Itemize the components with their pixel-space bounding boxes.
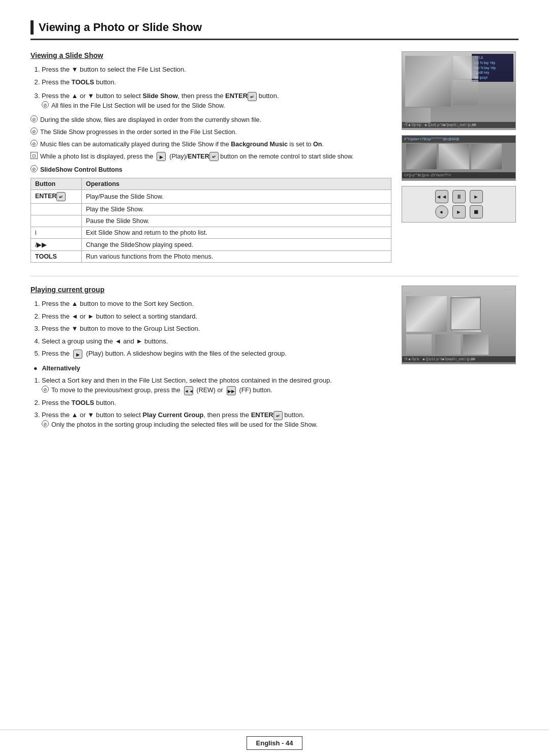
screenshot-dots: · · · · bbox=[503, 288, 510, 292]
table-row: Play the Slide Show. bbox=[31, 204, 391, 215]
table-header-operations: Operations bbox=[82, 178, 391, 190]
remote-row-2: ● ► ⏹ bbox=[435, 205, 483, 218]
alt-steps-list: Select a Sort key and then in the File L… bbox=[30, 375, 391, 429]
viewing-slideshow-title: Viewing a Slide Show bbox=[30, 51, 391, 59]
page-header: Viewing a Photo or Slide Show bbox=[30, 20, 518, 40]
table-cell-op: Run various functions from the Photo men… bbox=[82, 251, 391, 263]
play-step-2: Press the ◄ or ► button to select a sort… bbox=[42, 311, 391, 322]
footer-bar: English - 44 bbox=[0, 730, 549, 756]
header-accent-bar bbox=[30, 20, 34, 35]
footer-badge: English - 44 bbox=[247, 736, 303, 750]
play-icon-step5: ▶ bbox=[73, 350, 82, 359]
right-column-slideshow: TITLELet 'N llay 'HlpNat 'N llay 'HlpTyp… bbox=[402, 51, 518, 267]
screenshot-mid-statusbar: C#'[|i-p'''''$e']|p.le -Z3'Yazm⁰7⁰n' bbox=[402, 172, 515, 178]
note-1: ⊘ During the slide show, files are displ… bbox=[30, 115, 391, 125]
alternatively-header: ● Alternatively bbox=[30, 364, 391, 373]
viewing-steps-list: Press the ▼ button to select the File Li… bbox=[30, 65, 391, 87]
viewing-steps-list-2: Press the ▲ or ▼ button to select Slide … bbox=[30, 91, 391, 110]
note-text-1: During the slide show, files are display… bbox=[40, 115, 261, 125]
alt-note-icon-1: ⊘ bbox=[42, 386, 49, 393]
forward-btn[interactable]: ► bbox=[470, 190, 483, 203]
step-3: Press the ▲ or ▼ button to select Slide … bbox=[42, 91, 391, 110]
table-cell-button bbox=[31, 204, 82, 215]
note-icon-2: ⊘ bbox=[30, 128, 38, 135]
rewind-btn[interactable]: ◄◄ bbox=[435, 190, 448, 203]
table-cell-op: Change the SlideShow playing speed. bbox=[82, 239, 391, 251]
screenshot-bottom: · · · · · · · *X ■ Op ls ■ Q1z11 p-''d■7… bbox=[402, 286, 516, 364]
alt-note-icon-2: ⊘ bbox=[42, 420, 49, 427]
table-row: ENTER↵ Play/Pause the Slide Show. bbox=[31, 190, 391, 204]
viewing-slideshow-section: Viewing a Slide Show Press the ▼ button … bbox=[30, 51, 518, 267]
note-text-2: The Slide Show progresses in the order s… bbox=[40, 128, 237, 137]
screenshot-top: TITLELet 'N llay 'HlpNat 'N llay 'HlpTyp… bbox=[402, 51, 516, 130]
note-4: ⊡ While a photo list is displayed, press… bbox=[30, 152, 391, 162]
rew-icon: ◄◄ bbox=[184, 386, 193, 395]
right-col-group: · · · · · · · *X ■ Op ls ■ Q1z11 p-''d■7… bbox=[402, 286, 518, 433]
note-circle-icon: ⊘ bbox=[42, 101, 49, 108]
playing-steps-list: Press the ▲ button to move to the Sort k… bbox=[30, 299, 391, 359]
stop-btn[interactable]: ⏹ bbox=[470, 205, 483, 218]
play-btn[interactable]: ► bbox=[452, 205, 466, 218]
alt-note-text-1: To move to the previous/next group, pres… bbox=[51, 386, 272, 395]
alternatively-title: Alternatively bbox=[42, 364, 80, 373]
pause-btn[interactable]: ⏸ bbox=[452, 190, 466, 203]
table-cell-button: TOOLS bbox=[31, 251, 82, 263]
alt-note-text-2: Only the photos in the sorting group inc… bbox=[51, 420, 318, 430]
table-cell-op: Play/Pause the Slide Show. bbox=[82, 190, 391, 204]
page-title: Viewing a Photo or Slide Show bbox=[39, 21, 202, 34]
playing-group-title: Playing current group bbox=[30, 286, 391, 294]
note-icon-3: ⊘ bbox=[30, 140, 38, 147]
table-cell-op: Pause the Slide Show. bbox=[82, 215, 391, 227]
table-row: TOOLS Run various functions from the Pho… bbox=[31, 251, 391, 263]
note-icon-1: ⊘ bbox=[30, 115, 38, 122]
step3-note: ⊘ All files in the File List Section wil… bbox=[42, 101, 391, 111]
remote-row-1: ◄◄ ⏸ ► bbox=[435, 190, 483, 203]
enter-icon-3: ↵ bbox=[273, 411, 283, 420]
enter-icon: ↵ bbox=[248, 92, 257, 101]
alt-step-1: Select a Sort key and then in the File L… bbox=[42, 375, 391, 395]
screenshot-statusbar-bottom: *X ■ Op ls ■ Q1z11 p-''d■7pwpG□_zze▷|p.|… bbox=[402, 356, 515, 362]
note-text-3: Music files can be automatically played … bbox=[40, 140, 324, 149]
left-col-group: Playing current group Press the ▲ button… bbox=[30, 286, 391, 433]
play-icon: ▶ bbox=[157, 152, 166, 161]
play-step-4: Select a group using the ◄ and ► buttons… bbox=[42, 336, 391, 346]
slideshow-control-title: SlideShow Control Buttons bbox=[40, 165, 123, 175]
note-2: ⊘ The Slide Show progresses in the order… bbox=[30, 128, 391, 137]
step-1: Press the ▼ button to select the File Li… bbox=[42, 65, 391, 75]
table-row: /▶▶ Change the SlideShow playing speed. bbox=[31, 239, 391, 251]
table-cell-op: Play the Slide Show. bbox=[82, 204, 391, 215]
alt-step-3: Press the ▲ or ▼ button to select Play C… bbox=[42, 410, 391, 429]
note-square-icon-4: ⊡ bbox=[30, 152, 38, 159]
step-2: Press the TOOLS button. bbox=[42, 77, 391, 87]
table-row: Pause the Slide Show. bbox=[31, 215, 391, 227]
table-cell-op: Exit Slide Show and return to the photo … bbox=[82, 227, 391, 239]
play-step-1: Press the ▲ button to move to the Sort k… bbox=[42, 299, 391, 309]
slideshow-control-label: ⊘ SlideShow Control Buttons bbox=[30, 165, 391, 175]
table-header-button: Button bbox=[31, 178, 82, 190]
enter-btn-icon: ↵ bbox=[56, 192, 66, 201]
table-cell-button bbox=[31, 215, 82, 227]
alt-step-2: Press the TOOLS button. bbox=[42, 398, 391, 408]
record-btn[interactable]: ● bbox=[435, 205, 448, 218]
table-cell-button: ENTER↵ bbox=[31, 190, 82, 204]
note-3: ⊘ Music files can be automatically playe… bbox=[30, 140, 391, 149]
screenshot-label-text: · · · bbox=[404, 291, 409, 295]
screenshot-mid: #''Yzjxlw=>79Uyr'''''''''''''''''@c@84@ … bbox=[402, 135, 516, 181]
enter-icon-2: ↵ bbox=[209, 152, 219, 161]
step3-note-text: All files in the File List Section will … bbox=[51, 101, 225, 111]
table-cell-button: /▶▶ bbox=[31, 239, 82, 251]
left-column: Viewing a Slide Show Press the ▼ button … bbox=[30, 51, 391, 267]
slideshow-control-table: Button Operations ENTER↵ Play/Pause the … bbox=[30, 178, 391, 263]
notes-section: ⊘ During the slide show, files are displ… bbox=[30, 115, 391, 161]
screenshot-mid-topbar: #''Yzjxlw=>79Uyr'''''''''''''''''@c@84@ bbox=[402, 136, 515, 143]
play-step-3: Press the ▼ button to move to the Group … bbox=[42, 324, 391, 334]
alt-step1-note: ⊘ To move to the previous/next group, pr… bbox=[42, 386, 391, 395]
table-cell-button: i bbox=[31, 227, 82, 239]
slideshow-ctrl-icon: ⊘ bbox=[30, 165, 38, 172]
playing-group-section: Playing current group Press the ▲ button… bbox=[30, 286, 518, 433]
table-row: i Exit Slide Show and return to the phot… bbox=[31, 227, 391, 239]
ff-icon: ▶▶ bbox=[227, 386, 236, 395]
remote-control-box: ◄◄ ⏸ ► ● ► ⏹ bbox=[402, 186, 516, 223]
alternatively-section: ● Alternatively Select a Sort key and th… bbox=[30, 364, 391, 430]
play-step-5: Press the ▶ (Play) button. A slideshow b… bbox=[42, 349, 391, 359]
